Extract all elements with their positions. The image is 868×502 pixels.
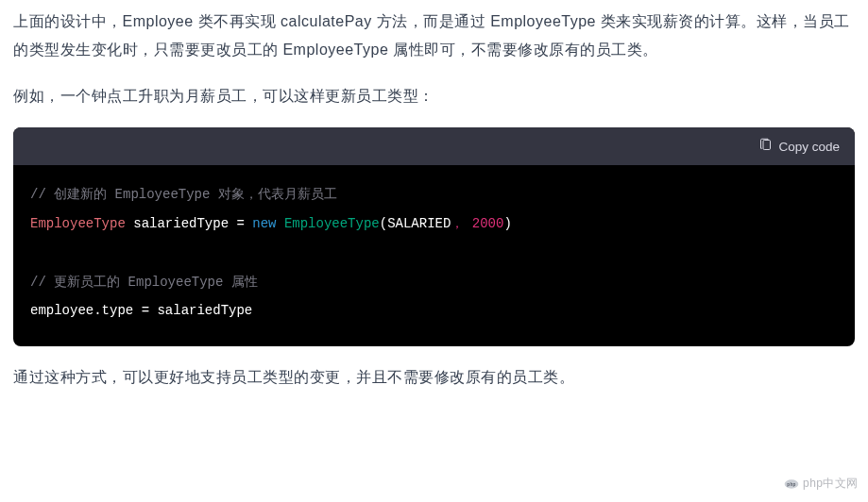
copy-code-button[interactable]: Copy code <box>758 138 840 155</box>
code-header: Copy code <box>13 127 855 165</box>
code-token-punct: ， <box>451 216 464 231</box>
paragraph-intro: 上面的设计中，Employee 类不再实现 calculatePay 方法，而是… <box>13 8 855 65</box>
code-body: // 创建新的 EmployeeType 对象，代表月薪员工 EmployeeT… <box>13 165 855 346</box>
code-token-op: = <box>142 303 149 318</box>
paragraph-example-lead: 例如，一个钟点工升职为月薪员工，可以这样更新员工类型： <box>13 82 855 110</box>
copy-code-label: Copy code <box>778 140 840 154</box>
php-logo-icon: php <box>784 477 799 492</box>
code-block: Copy code // 创建新的 EmployeeType 对象，代表月薪员工… <box>13 127 855 346</box>
code-comment: // 创建新的 EmployeeType 对象，代表月薪员工 <box>30 187 337 202</box>
svg-text:php: php <box>787 481 796 486</box>
watermark: php php中文网 <box>784 473 859 494</box>
code-token-paren: ) <box>503 216 511 231</box>
code-token-op: = <box>236 216 244 231</box>
code-token-number: 2000 <box>472 216 504 231</box>
code-token-ident: salariedType <box>157 303 252 318</box>
code-token-type: EmployeeType <box>30 216 126 231</box>
clipboard-icon <box>758 138 773 155</box>
code-token-keyword: new <box>252 216 276 231</box>
watermark-text: php中文网 <box>803 473 859 494</box>
code-token-ident: employee.type <box>30 303 133 318</box>
code-token-paren: ( <box>380 216 387 231</box>
paragraph-conclusion: 通过这种方式，可以更好地支持员工类型的变更，并且不需要修改原有的员工类。 <box>13 363 855 392</box>
svg-rect-0 <box>763 141 771 150</box>
code-comment: // 更新员工的 EmployeeType 属性 <box>30 275 258 290</box>
code-token-ident: salariedType <box>133 216 229 231</box>
code-token-const: SALARIED <box>387 216 451 231</box>
code-token-class: EmployeeType <box>284 216 380 231</box>
